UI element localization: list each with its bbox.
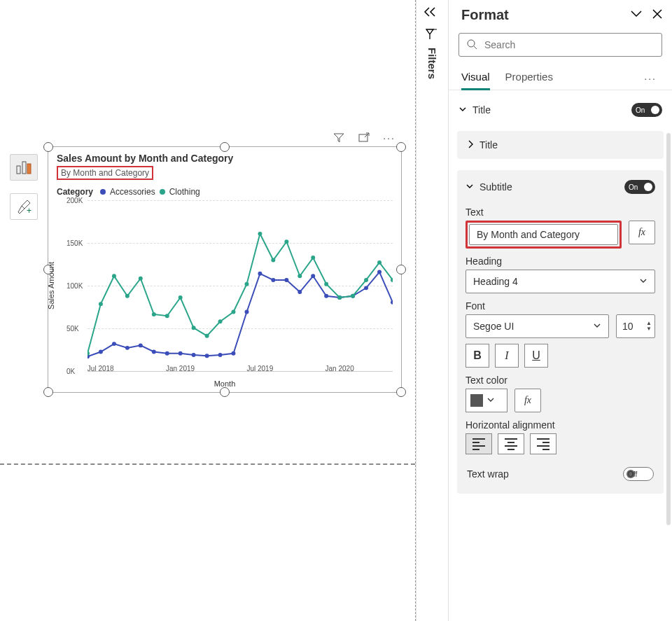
svg-point-7 bbox=[112, 342, 116, 346]
chart-subtitle-highlight: By Month and Category bbox=[57, 166, 153, 180]
align-right-button[interactable] bbox=[530, 433, 556, 454]
format-search[interactable] bbox=[458, 33, 662, 57]
bar-chart-icon bbox=[16, 160, 31, 174]
format-tool-button[interactable]: + bbox=[10, 193, 38, 220]
fields-tool-button[interactable] bbox=[10, 154, 38, 181]
svg-point-50 bbox=[364, 278, 368, 282]
scrollbar[interactable] bbox=[666, 133, 671, 525]
text-color-picker[interactable] bbox=[465, 389, 507, 412]
svg-point-9 bbox=[139, 343, 143, 347]
svg-point-23 bbox=[324, 294, 328, 298]
text-color-fx-button[interactable]: fx bbox=[514, 389, 541, 412]
more-options-icon[interactable]: ··· bbox=[383, 132, 396, 144]
format-tabs: Visual Properties ··· bbox=[449, 64, 672, 90]
subtitle-text-input[interactable]: By Month and Category bbox=[469, 224, 618, 245]
tab-properties[interactable]: Properties bbox=[505, 67, 553, 90]
resize-handle[interactable] bbox=[396, 142, 406, 152]
resize-handle[interactable] bbox=[43, 387, 53, 397]
svg-point-43 bbox=[271, 258, 275, 263]
line-chart-visual[interactable]: ··· Sales Amount by Month and Category B… bbox=[48, 146, 402, 393]
subtitle-text-fx-button[interactable]: fx bbox=[629, 221, 655, 244]
subtitle-section-header[interactable]: Subtitle On bbox=[465, 180, 655, 200]
spinner-icon[interactable]: ▲▼ bbox=[646, 321, 652, 332]
x-tick: Jan 2019 bbox=[166, 365, 195, 372]
align-center-button[interactable] bbox=[498, 433, 524, 454]
resize-handle[interactable] bbox=[396, 265, 406, 274]
color-swatch-icon bbox=[470, 394, 483, 407]
visual-header-actions: ··· bbox=[332, 132, 396, 144]
subtitle-section-label: Subtitle bbox=[479, 181, 512, 193]
x-tick: Jul 2018 bbox=[88, 365, 114, 372]
chevron-down-icon bbox=[639, 276, 648, 287]
canvas-divider bbox=[0, 463, 415, 465]
close-pane-icon[interactable] bbox=[652, 9, 662, 21]
svg-point-11 bbox=[165, 351, 169, 356]
svg-point-22 bbox=[311, 274, 315, 278]
font-family-select[interactable]: Segoe UI bbox=[465, 314, 609, 338]
paintbrush-icon: + bbox=[16, 199, 31, 214]
report-canvas[interactable]: + ··· Sales Amount by Month a bbox=[0, 0, 416, 621]
font-size-input[interactable]: 10 ▲▼ bbox=[616, 314, 655, 338]
chart-lines bbox=[88, 200, 393, 360]
chevron-down-icon bbox=[465, 181, 474, 193]
filter-icon[interactable] bbox=[332, 132, 345, 144]
resize-handle[interactable] bbox=[220, 142, 230, 152]
svg-point-31 bbox=[112, 274, 116, 278]
resize-handle[interactable] bbox=[220, 387, 230, 397]
svg-point-47 bbox=[324, 282, 328, 286]
svg-point-39 bbox=[218, 319, 223, 323]
format-body: Title On Title bbox=[449, 90, 672, 621]
svg-point-14 bbox=[205, 354, 209, 358]
tab-visual[interactable]: Visual bbox=[461, 67, 490, 90]
subtitle-text-label: Text bbox=[465, 207, 655, 218]
text-color-label: Text color bbox=[465, 375, 655, 386]
svg-point-38 bbox=[205, 334, 209, 338]
filters-label: Filters bbox=[426, 48, 438, 79]
svg-point-17 bbox=[245, 310, 249, 314]
filters-pane-collapsed: Filters bbox=[416, 0, 448, 621]
title-inner-card[interactable]: Title bbox=[457, 131, 664, 159]
svg-point-10 bbox=[152, 350, 156, 354]
underline-button[interactable]: U bbox=[524, 344, 548, 368]
collapse-pane-icon[interactable] bbox=[630, 9, 643, 21]
title-inner-label: Title bbox=[479, 139, 498, 151]
italic-button[interactable]: I bbox=[495, 344, 519, 368]
resize-handle[interactable] bbox=[396, 387, 406, 397]
svg-rect-2 bbox=[27, 164, 31, 174]
svg-point-12 bbox=[178, 351, 183, 356]
title-section-header[interactable]: Title On bbox=[457, 100, 664, 120]
align-left-button[interactable] bbox=[465, 433, 492, 454]
visual-tool-stack: + bbox=[10, 154, 38, 220]
bookmark-icon[interactable] bbox=[425, 28, 438, 43]
subtitle-card: Subtitle On Text By Month and Category f… bbox=[457, 170, 664, 494]
svg-point-20 bbox=[284, 278, 288, 282]
y-axis-title: Sales Amount bbox=[47, 262, 55, 309]
svg-point-45 bbox=[298, 274, 302, 278]
svg-point-33 bbox=[139, 277, 143, 281]
text-wrap-toggle[interactable]: Off bbox=[623, 467, 654, 481]
expand-filters-icon[interactable] bbox=[424, 7, 436, 19]
title-toggle[interactable]: On bbox=[631, 103, 662, 117]
svg-rect-1 bbox=[22, 162, 26, 174]
svg-point-30 bbox=[99, 302, 103, 306]
resize-handle[interactable] bbox=[43, 142, 53, 152]
svg-point-51 bbox=[377, 260, 382, 265]
chart-legend: Category Accessories Clothing bbox=[57, 187, 401, 197]
subtitle-toggle[interactable]: On bbox=[624, 180, 655, 194]
svg-point-41 bbox=[245, 282, 249, 286]
y-tick: 100K bbox=[66, 282, 83, 290]
svg-point-16 bbox=[232, 351, 236, 356]
svg-point-34 bbox=[152, 312, 156, 316]
x-tick: Jan 2020 bbox=[326, 365, 354, 372]
x-tick: Jul 2019 bbox=[246, 365, 273, 372]
tabs-more-icon[interactable]: ··· bbox=[644, 73, 657, 84]
svg-point-46 bbox=[311, 256, 315, 260]
focus-mode-icon[interactable] bbox=[358, 132, 370, 144]
search-input[interactable] bbox=[483, 39, 654, 51]
format-header: Format bbox=[449, 0, 672, 30]
legend-title: Category bbox=[57, 187, 93, 197]
bold-button[interactable]: B bbox=[465, 344, 489, 368]
format-pane: Format Visual Properties ··· bbox=[448, 0, 672, 621]
legend-swatch-accessories bbox=[100, 189, 106, 195]
heading-select[interactable]: Heading 4 bbox=[465, 270, 655, 293]
